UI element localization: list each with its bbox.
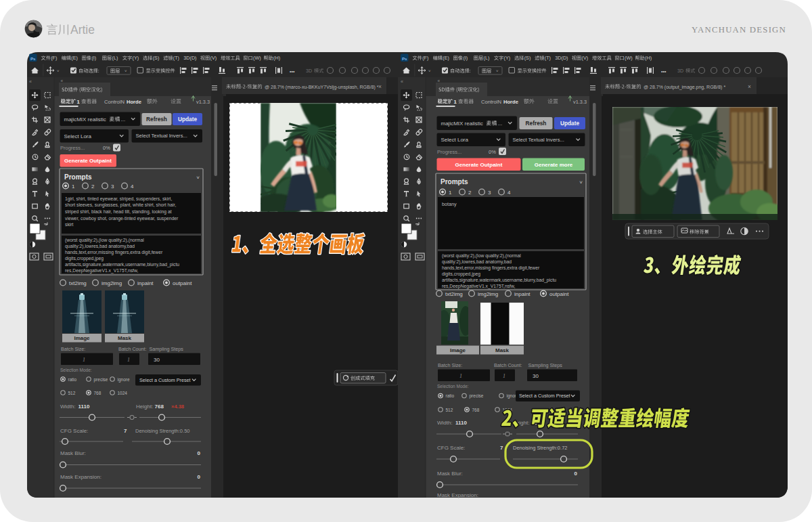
svg-text:˅: ˅ [579,179,583,186]
svg-text:inpaint: inpaint [514,291,531,297]
svg-text:Prompts: Prompts [441,178,468,186]
svg-text:Progress...: Progress... [437,149,461,155]
svg-text:Sampling Steps: Sampling Steps [150,346,184,352]
svg-text:Selection Mode:: Selection Mode: [60,368,92,372]
svg-text:ratio: ratio [446,393,455,398]
svg-text:quality:2),lowres,bad anatomy,: quality:2),lowres,bad anatomy,bad [65,244,135,249]
svg-text:0: 0 [574,471,578,477]
svg-text:striped shirt, black hair, hea: striped shirt, black hair, head tilt, st… [65,209,172,215]
svg-text:skirt: skirt [65,222,74,227]
svg-text:0%: 0% [489,149,496,155]
svg-text:Batch Size:: Batch Size: [438,362,462,368]
svg-text:digits,cropped,jpeg: digits,cropped,jpeg [65,256,104,261]
svg-text:CFG Scale:: CFG Scale: [60,428,88,434]
svg-text:1: 1 [503,373,505,379]
svg-text:artifacts,signature,watermark,: artifacts,signature,watermark,username,b… [442,278,556,283]
svg-text:30: 30 [533,373,539,379]
svg-text:precise: precise [470,393,484,399]
svg-text:1024: 1024 [118,391,128,395]
svg-text:Generate Outpaint: Generate Outpaint [455,162,503,168]
svg-text:˅: ˅ [196,175,200,181]
svg-text:7: 7 [124,428,127,434]
svg-text:...: ... [121,116,126,123]
svg-text:4: 4 [508,190,511,196]
svg-text:Select a Custom Preset: Select a Custom Preset [519,393,570,399]
svg-text:Artie: Artie [70,23,95,37]
svg-text:Batch Size:: Batch Size: [61,346,85,352]
svg-text:1: 1 [83,357,85,363]
svg-text:7: 7 [500,445,503,451]
svg-text:30: 30 [154,357,160,363]
svg-text:precise: precise [94,377,108,383]
svg-text:1110: 1110 [455,420,467,426]
svg-text:512: 512 [446,408,453,412]
svg-text:512: 512 [68,391,76,395]
svg-text:Batch Count:: Batch Count: [494,362,522,368]
svg-text:Mask Expansion:: Mask Expansion: [437,492,478,498]
svg-text:768: 768 [94,391,102,395]
svg-text:(worst quality:2),(low quality: (worst quality:2),(low quality:2),(norma… [442,253,521,259]
svg-text:2: 2 [91,183,95,190]
svg-text:...: ... [498,121,503,127]
svg-text:4: 4 [131,183,134,190]
svg-text:0%: 0% [103,145,110,151]
svg-text:1110: 1110 [78,404,90,410]
svg-text:YANCHUAN DESIGN: YANCHUAN DESIGN [692,25,786,35]
svg-text:Mask Blur:: Mask Blur: [437,471,463,477]
svg-text:Generate more: Generate more [535,162,573,168]
svg-text:0: 0 [198,474,201,480]
svg-text:Sampling Steps: Sampling Steps [528,362,563,368]
svg-text:768: 768 [155,404,164,410]
svg-text:inpaint: inpaint [137,280,154,286]
svg-text:Denoising Strength:0.50: Denoising Strength:0.50 [135,428,189,434]
svg-text:ratio: ratio [68,377,77,382]
svg-text:Image: Image [74,335,90,341]
svg-text:res,DeepNegativeV1.x_V175T,nsf: res,DeepNegativeV1.x_V175T,nsfw, [65,268,139,274]
svg-text:botany: botany [442,201,457,207]
svg-text:1: 1 [127,357,130,363]
svg-text:hands,text,error,missing finge: hands,text,error,missing fingers,extra d… [442,265,540,271]
svg-text:0: 0 [198,450,201,456]
svg-text:Update: Update [560,120,580,127]
svg-text:Batch Count:: Batch Count: [118,346,147,352]
svg-text:1: 1 [459,373,462,379]
svg-text:Select Lora: Select Lora [441,137,469,143]
svg-text:@ 28.7% (output_image.png, RGB: @ 28.7% (output_image.png, RGB/8) * [644,85,725,90]
svg-text:Mask: Mask [118,335,132,341]
svg-text:×: × [748,83,751,90]
svg-text:Denoising Strength:0.72: Denoising Strength:0.72 [513,445,567,451]
svg-text:×4.38: ×4.38 [171,404,184,410]
svg-text:Selection Mode:: Selection Mode: [437,384,469,389]
svg-text:1: 1 [449,190,452,196]
svg-text:majicMIX realistic: majicMIX realistic [64,116,106,123]
svg-text:Select Textual Invers...: Select Textual Invers... [513,137,564,143]
svg-text:txt2img: txt2img [69,280,87,286]
svg-text:short sleeves, sunglasses, pla: short sleeves, sunglasses, plant, white … [65,202,176,208]
svg-text:img2img: img2img [102,280,122,286]
svg-text:Refresh: Refresh [146,116,167,123]
svg-text:1: 1 [72,183,75,190]
svg-text:Mask: Mask [495,347,510,353]
svg-text:Select a Custom Preset: Select a Custom Preset [139,377,191,383]
svg-text:Mask Expansion:: Mask Expansion: [60,474,102,480]
svg-text:Width:: Width: [60,404,76,410]
svg-text:Width:: Width: [437,420,453,426]
svg-text:3: 3 [488,190,491,196]
svg-text:Prompts: Prompts [64,173,92,181]
svg-text:Select Lora: Select Lora [64,133,92,139]
svg-text:viewer, cowboy shot, orange-ti: viewer, cowboy shot, orange-tinted eyewe… [65,216,179,221]
svg-text:Progress...: Progress... [60,145,85,151]
svg-text:Select Textual Invers...: Select Textual Invers... [136,133,187,139]
svg-text:hands,text,error,missing finge: hands,text,error,missing fingers,extra d… [65,250,163,255]
svg-text:(worst quality:2),(low quality: (worst quality:2),(low quality:2),(norma… [65,238,144,243]
svg-text:outpaint: outpaint [549,291,569,297]
svg-text:3: 3 [111,183,114,190]
svg-text:Mask Blur:: Mask Blur: [60,450,86,456]
svg-text:Generate Outpaint: Generate Outpaint [64,158,112,164]
svg-text:2: 2 [468,190,472,196]
svg-text:img2img: img2img [478,291,498,297]
svg-text:×: × [378,83,382,90]
svg-text:digits,cropped,jpeg: digits,cropped,jpeg [442,271,480,277]
svg-text:Height:: Height: [136,404,153,410]
svg-text:res,DeepNegativeV1.x_V175T,nsf: res,DeepNegativeV1.x_V175T,nsfw, [442,284,516,289]
